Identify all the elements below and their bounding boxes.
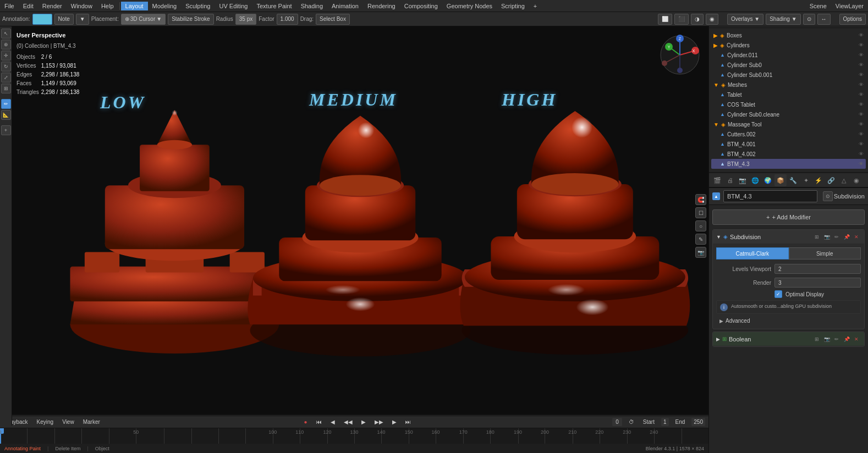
note-dropdown[interactable]: ▼ xyxy=(76,14,89,25)
levels-viewport-value[interactable]: 2 xyxy=(774,264,861,274)
menu-file[interactable]: File xyxy=(0,2,19,10)
outline-item-cos-cleane[interactable]: ▲ Cylinder Sub0.cleane 👁 xyxy=(711,109,866,119)
view-menu[interactable]: View xyxy=(60,419,76,425)
outline-item-tablet[interactable]: ▲ Tablet 👁 xyxy=(711,90,866,100)
outline-item-cylsub0001[interactable]: ▲ Cylinder Sub0.001 👁 xyxy=(711,70,866,80)
rotate-tool-button[interactable]: ↻ xyxy=(1,62,11,71)
tab-physics[interactable]: ⚡ xyxy=(812,174,825,186)
skip-to-end-button[interactable]: ⏭ xyxy=(403,419,413,425)
start-value[interactable]: 1 xyxy=(661,418,669,426)
outline-item-cylsub0[interactable]: ▲ Cylinder Sub0 👁 xyxy=(711,60,866,70)
bool-render-icon[interactable]: 📷 xyxy=(822,335,831,344)
subdiv-delete-icon[interactable]: ✕ xyxy=(852,233,861,241)
prev-frame-button[interactable]: ◀ xyxy=(328,419,337,425)
catmull-clark-tab[interactable]: Catmull-Clark xyxy=(716,247,789,259)
subdiv-render-icon[interactable]: 📷 xyxy=(822,233,831,241)
stabilize-stroke-button[interactable]: Stabilize Stroke xyxy=(168,14,213,25)
shading-options-button[interactable]: Shading ▼ xyxy=(766,14,800,25)
play-reverse-button[interactable]: ◀◀ xyxy=(342,419,355,425)
outline-item-btm43[interactable]: ▲ BTM_4.3 👁 xyxy=(711,159,866,169)
outline-item-cyl011[interactable]: ▲ Cylinder.011 👁 xyxy=(711,50,866,60)
select-box-button[interactable]: Select Box xyxy=(316,14,350,25)
outline-item-cutters[interactable]: ▲ Cutters.002 👁 xyxy=(711,129,866,139)
tab-modifier[interactable]: 🔧 xyxy=(787,174,799,186)
material-button[interactable]: ◑ xyxy=(691,14,704,25)
skip-to-start-button[interactable]: ⏮ xyxy=(314,419,324,425)
next-frame-button[interactable]: ▶ xyxy=(390,419,399,425)
simple-tab[interactable]: Simple xyxy=(789,247,861,259)
play-button[interactable]: ▶ xyxy=(359,419,368,425)
transform-button[interactable]: ↔ xyxy=(817,14,831,25)
keying-menu[interactable]: Keying xyxy=(35,419,56,425)
outline-item-btm401[interactable]: ▲ BTM_4.001 👁 xyxy=(711,139,866,149)
workspace-texture-paint[interactable]: Texture Paint xyxy=(252,2,296,10)
outline-item-btm402[interactable]: ▲ BTM_4.002 👁 xyxy=(711,149,866,159)
factor-value[interactable]: 1.000 xyxy=(277,14,298,25)
tab-scene[interactable]: 🌐 xyxy=(749,174,761,186)
viewport[interactable]: User Perspective (0) Collection | BTM_4.… xyxy=(12,26,708,426)
radius-value[interactable]: 35 px xyxy=(235,14,256,25)
tab-view[interactable]: 📷 xyxy=(737,174,749,186)
rendered-button[interactable]: ◉ xyxy=(706,14,718,25)
record-button[interactable]: ● xyxy=(302,419,310,425)
workspace-uv-editing[interactable]: UV Editing xyxy=(215,2,252,10)
outline-item-meshes[interactable]: ▼ ◈ Meshes 👁 xyxy=(711,80,866,90)
move-tool-button[interactable]: ✛ xyxy=(1,51,11,60)
boolean-modifier-header[interactable]: ▶ ⊞ Boolean ⊞ 📷 ✏ 📌 ✕ xyxy=(713,332,864,346)
workspace-geometry-nodes[interactable]: Geometry Nodes xyxy=(442,2,497,10)
menu-render[interactable]: Render xyxy=(38,2,67,10)
workspace-add[interactable]: + xyxy=(529,2,541,10)
vr-proportional-button[interactable]: ○ xyxy=(695,220,706,231)
measure-tool-button[interactable]: 📐 xyxy=(1,110,11,120)
annotation-color-swatch[interactable] xyxy=(32,14,52,25)
outline-item-massage[interactable]: ▼ ◈ Massage Tool 👁 xyxy=(711,119,866,129)
cursor-tool-button[interactable]: ⊕ xyxy=(1,40,11,49)
bool-realtime-icon[interactable]: ⊞ xyxy=(812,335,821,344)
bool-edit-icon[interactable]: ✏ xyxy=(832,335,841,344)
add-modifier-button[interactable]: + + Add Modifier xyxy=(712,209,865,225)
annotate-tool-button[interactable]: ✏ xyxy=(1,99,11,109)
menu-help[interactable]: Help xyxy=(97,2,118,10)
workspace-scripting[interactable]: Scripting xyxy=(497,2,529,10)
navigation-gizmo[interactable]: X Y Z xyxy=(658,33,702,77)
outline-item-cos-tablet[interactable]: ▲ COS Tablet 👁 xyxy=(711,100,866,109)
outline-item-boxes[interactable]: ▶ ◈ Boxes 👁 xyxy=(711,30,866,40)
tab-object[interactable]: 📦 xyxy=(774,174,787,186)
workspace-animation[interactable]: Animation xyxy=(327,2,363,10)
note-button[interactable]: Note xyxy=(54,14,74,25)
overlay-button[interactable]: Overlays ▼ xyxy=(727,14,763,25)
advanced-row[interactable]: ▶ Advanced xyxy=(716,316,861,325)
current-frame-display[interactable]: 0 xyxy=(612,418,622,426)
tab-world[interactable]: 🌍 xyxy=(762,174,774,186)
tab-data[interactable]: △ xyxy=(838,174,850,186)
outline-item-cylinders[interactable]: ▶ ◈ Cylinders 👁 xyxy=(711,40,866,50)
solid-button[interactable]: ⬛ xyxy=(674,14,689,25)
tab-render[interactable]: 🎬 xyxy=(711,174,723,186)
play-forward-button[interactable]: ▶▶ xyxy=(372,419,386,425)
marker-menu[interactable]: Marker xyxy=(81,419,102,425)
transform-tool-button[interactable]: ⊞ xyxy=(1,84,11,93)
workspace-layout[interactable]: Layout xyxy=(121,2,148,10)
workspace-sculpting[interactable]: Sculpting xyxy=(181,2,215,10)
object-name-input[interactable] xyxy=(723,190,817,202)
obj-link-btn[interactable]: ⊙ xyxy=(823,191,833,201)
optimal-display-checkbox[interactable]: ✓ xyxy=(774,290,782,298)
gizmo-button[interactable]: ⊙ xyxy=(803,14,815,25)
subdiv-pin-icon[interactable]: 📌 xyxy=(842,233,851,241)
vr-camera-button[interactable]: 📷 xyxy=(695,247,706,258)
vr-xray-button[interactable]: ☐ xyxy=(695,207,706,218)
vr-annotations-button[interactable]: ✎ xyxy=(695,234,706,245)
end-value[interactable]: 250 xyxy=(691,418,705,426)
cursor-button[interactable]: ⊕ 3D Cursor ▼ xyxy=(121,14,166,25)
workspace-compositing[interactable]: Compositing xyxy=(400,2,442,10)
add-tool-button[interactable]: + xyxy=(1,125,11,135)
wireframe-button[interactable]: ⬜ xyxy=(658,14,672,25)
timeline-content[interactable]: 0 50 100 110 120 130 140 150 160 170 180… xyxy=(0,428,708,444)
scale-tool-button[interactable]: ⤢ xyxy=(1,73,11,82)
tab-output[interactable]: 🖨 xyxy=(724,174,736,186)
render-value[interactable]: 3 xyxy=(774,278,861,288)
menu-window[interactable]: Window xyxy=(67,2,97,10)
options-button[interactable]: Options xyxy=(839,14,866,25)
subdivision-modifier-header[interactable]: ▼ ◈ Subdivision ⊞ 📷 ✏ 📌 ✕ xyxy=(713,230,864,244)
workspace-rendering[interactable]: Rendering xyxy=(363,2,400,10)
